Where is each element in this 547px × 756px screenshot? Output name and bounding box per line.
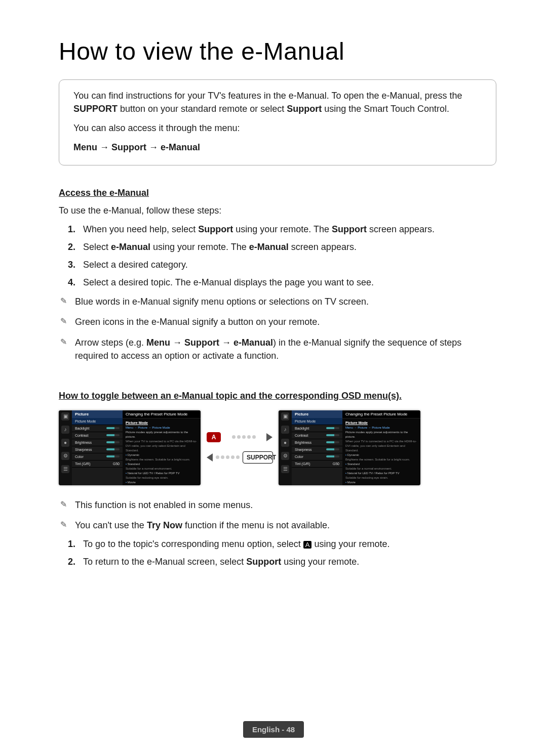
tv-content-title: Changing the Preset Picture Mode <box>342 410 420 418</box>
remote-row-support: SUPPORT <box>207 451 272 464</box>
text: Standard <box>128 463 140 466</box>
a-button: A <box>207 432 221 442</box>
footer-pill: English - 48 <box>243 721 304 738</box>
tv-menu-row: Tint (G/R)G50 <box>292 460 342 468</box>
step-2: 2.Select e-Manual using your remote. The… <box>68 242 496 253</box>
text: Brightens the screen. Suitable for a bri… <box>345 457 417 462</box>
tv-screenshot-left: ▣ ♪ ● ⚙ ☰ Picture Picture Mode Backlight… <box>59 410 201 485</box>
menu-path: Menu → Picture → Picture Mode <box>345 426 417 430</box>
text: Blue words in e-Manual signify menu opti… <box>75 295 369 308</box>
tv-menu-row: Color <box>292 453 342 460</box>
tv-content: Changing the Preset Picture Mode Picture… <box>123 410 201 485</box>
bold-text: Support <box>332 224 367 234</box>
tv-menu-row: Picture Mode <box>292 418 342 425</box>
text: Standard <box>347 463 360 466</box>
step-2: 2.To return to the e-Manual screen, sele… <box>68 557 496 567</box>
text: Picture modes apply preset adjustments t… <box>126 430 198 439</box>
note-icon: ✎ <box>59 336 68 362</box>
toggle-notes: ✎This function is not enabled in some me… <box>59 498 496 532</box>
text: Darkens the screen, making it less glary… <box>126 485 198 485</box>
intro-line-1: You can find instructions for your TV's … <box>73 89 482 115</box>
support-button-label: SUPPORT <box>73 104 118 114</box>
text: Brightens the screen. Suitable for a bri… <box>126 457 198 462</box>
bold-text: e-Manual <box>111 242 150 252</box>
settings-icon: ⚙ <box>61 452 69 460</box>
step-number: 3. <box>68 260 78 270</box>
support-icon: ☰ <box>61 465 69 473</box>
text: When your TV is connected to a PC via th… <box>345 439 417 453</box>
text: To go to the topic's corresponding menu … <box>83 539 303 549</box>
bold-text: Support <box>246 557 281 567</box>
text: Select a desired topic. The e-Manual dis… <box>83 277 374 288</box>
tv-menu-row: Sharpness <box>72 446 123 453</box>
step-number: 1. <box>68 224 78 235</box>
menu-path: Menu → Support → e-Manual <box>73 141 482 154</box>
intro-box: You can find instructions for your TV's … <box>59 79 496 165</box>
note: ✎You can't use the Try Now function if t… <box>59 519 496 532</box>
access-steps: 1.When you need help, select Support usi… <box>68 224 496 288</box>
page-footer: English - 48 <box>0 721 547 738</box>
step-3: 3.Select a desired category. <box>68 260 496 270</box>
footer-sep: - <box>280 725 286 734</box>
tv-menu-row: Backlight <box>292 425 342 432</box>
text: Select <box>83 242 111 252</box>
bold-text: Support <box>198 224 233 234</box>
arrow-right-icon <box>266 433 272 441</box>
text: Suitable for a normal environment. <box>126 467 198 471</box>
note: ✎Blue words in e-Manual signify menu opt… <box>59 295 496 308</box>
step-number: 1. <box>68 539 78 550</box>
text: Natural for LED TV / Relax for PDP TV <box>347 472 400 475</box>
note-icon: ✎ <box>59 498 68 512</box>
bold-text: e-Manual <box>249 242 289 252</box>
tv-menu-row: Brightness <box>72 439 123 446</box>
tv-menu-row: Contrast <box>72 432 123 439</box>
text: To return to the e-Manual screen, select <box>83 557 246 567</box>
network-icon: ● <box>281 439 289 447</box>
remote-row-a: A <box>207 432 272 442</box>
text: using the Smart Touch Control. <box>322 104 449 114</box>
access-notes: ✎Blue words in e-Manual signify menu opt… <box>59 295 496 362</box>
tv-screenshot-right: ▣ ♪ ● ⚙ ☰ Picture Picture Mode Backlight… <box>279 410 420 485</box>
text: Suitable for reducing eye strain. <box>126 476 198 480</box>
menu-path: Menu → Picture → Picture Mode <box>126 426 198 430</box>
text: using your remote. The <box>233 224 332 234</box>
picture-icon: ▣ <box>61 412 69 421</box>
sound-icon: ♪ <box>281 426 289 434</box>
text: Select a desired category. <box>83 260 188 270</box>
tv-side-icons: ▣ ♪ ● ⚙ ☰ <box>59 410 72 485</box>
tv-menu: Picture Picture Mode Backlight Contrast … <box>72 410 123 485</box>
tv-menu-row: Sharpness <box>292 446 342 453</box>
text: screen appears. <box>367 224 435 234</box>
text: Green icons in the e-Manual signify a bu… <box>75 315 320 328</box>
sound-icon: ♪ <box>61 426 69 434</box>
text: screen appears. <box>289 242 357 252</box>
intro-line-2: You can also access it through the menu: <box>73 121 482 135</box>
step-4: 4.Select a desired topic. The e-Manual d… <box>68 277 496 288</box>
tv-menu-header: Picture <box>72 410 123 418</box>
step-1: 1.When you need help, select Support usi… <box>68 224 496 235</box>
tv-menu-header: Picture <box>292 410 342 418</box>
text: You can't use the <box>75 520 147 530</box>
text: Suitable for reducing eye strain. <box>345 476 417 480</box>
tv-menu-row: Color <box>72 453 123 460</box>
picture-icon: ▣ <box>281 412 289 421</box>
text: using your remote. The <box>150 242 249 252</box>
text: This function is not enabled in some men… <box>75 498 253 512</box>
note-icon: ✎ <box>59 519 68 532</box>
section-access-lead: To use the e-Manual, follow these steps: <box>59 205 496 216</box>
text: using your remote. <box>311 539 389 549</box>
text: When your TV is connected to a PC via th… <box>126 439 198 453</box>
tv-menu-row: Picture Mode <box>72 418 123 425</box>
text: Movie <box>128 481 136 484</box>
text: When you need help, select <box>83 224 198 234</box>
section-toggle-title: How to toggle between an e-Manual topic … <box>59 391 496 401</box>
note-icon: ✎ <box>59 315 68 328</box>
settings-icon: ⚙ <box>281 452 289 460</box>
note: ✎Green icons in the e-Manual signify a b… <box>59 315 496 328</box>
text: Arrow steps (e.g. <box>75 338 146 348</box>
toggle-steps: 1.To go to the topic's corresponding men… <box>68 539 496 567</box>
note-icon: ✎ <box>59 295 68 308</box>
text: Suitable for a normal environment. <box>345 467 417 471</box>
footer-page: 48 <box>286 725 295 734</box>
text: function if the menu is not available. <box>182 520 330 530</box>
